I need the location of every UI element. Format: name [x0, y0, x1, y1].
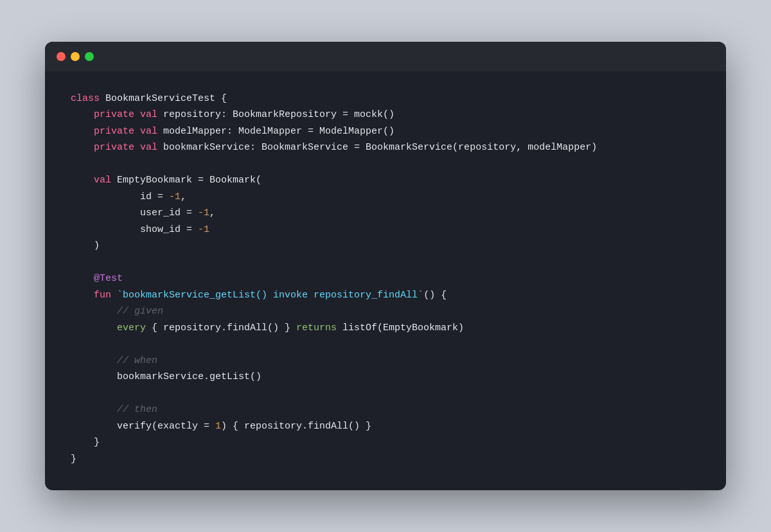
code-line: private val repository: BookmarkReposito… [71, 107, 700, 123]
code-line: // given [71, 303, 700, 320]
maximize-button[interactable] [85, 52, 94, 61]
titlebar [45, 42, 726, 71]
code-line: val EmptyBookmark = Bookmark( [71, 172, 700, 189]
code-window: class BookmarkServiceTest { private val … [45, 42, 726, 491]
code-line: @Test [71, 270, 700, 287]
code-line: every { repository.findAll() } returns l… [71, 320, 700, 337]
code-line: } [71, 451, 700, 468]
code-line: ) [71, 238, 700, 254]
code-line: private val bookmarkService: BookmarkSer… [71, 139, 700, 156]
code-line: verify(exactly = 1) { repository.findAll… [71, 418, 700, 435]
code-editor: class BookmarkServiceTest { private val … [45, 71, 726, 491]
code-line [71, 156, 700, 173]
code-line: fun `bookmarkService_getList() invoke re… [71, 287, 700, 304]
close-button[interactable] [57, 52, 66, 61]
code-line: private val modelMapper: ModelMapper = M… [71, 123, 700, 140]
code-line: id = -1, [71, 189, 700, 206]
code-line [71, 336, 700, 353]
code-line: user_id = -1, [71, 205, 700, 222]
code-line: // then [71, 402, 700, 418]
code-line: class BookmarkServiceTest { [71, 91, 700, 107]
minimize-button[interactable] [71, 52, 80, 61]
code-line: bookmarkService.getList() [71, 369, 700, 386]
code-line [71, 254, 700, 271]
code-line: show_id = -1 [71, 222, 700, 238]
code-line: } [71, 434, 700, 451]
code-line: // when [71, 353, 700, 369]
code-line [71, 386, 700, 402]
